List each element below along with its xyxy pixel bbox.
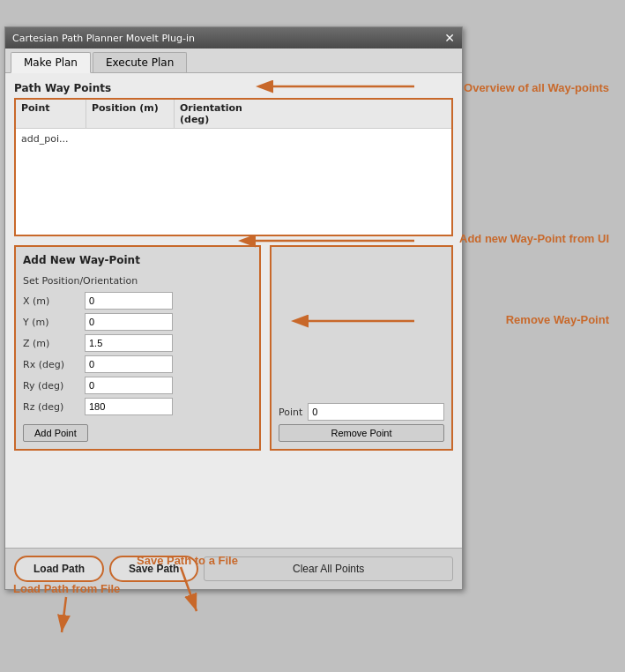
- spacer: [14, 459, 453, 539]
- x-input[interactable]: [85, 292, 173, 310]
- set-position-label: Set Position/Orientation: [23, 275, 252, 287]
- tab-execute-plan[interactable]: Execute Plan: [93, 52, 187, 72]
- remove-point-input[interactable]: [308, 403, 444, 421]
- two-col-section: Add New Way-Point Set Position/Orientati…: [14, 245, 453, 451]
- col-orientation: Orientation (deg): [175, 100, 280, 128]
- load-path-button[interactable]: Load Path: [14, 556, 104, 582]
- col-point: Point: [16, 100, 86, 128]
- annotation-add-new: Add new Way-Point from UI: [459, 232, 609, 245]
- x-label: X (m): [23, 295, 85, 307]
- svg-line-9: [62, 597, 66, 632]
- add-point-button[interactable]: Add Point: [23, 424, 88, 442]
- y-row: Y (m): [23, 313, 252, 331]
- close-button[interactable]: ✕: [444, 31, 455, 45]
- waypoints-table: Point Position (m) Orientation (deg) add…: [14, 98, 453, 236]
- remove-point-row: Point: [279, 403, 444, 421]
- ry-label: Ry (deg): [23, 380, 85, 392]
- table-body[interactable]: add_poi...: [16, 129, 451, 235]
- remove-waypoint-box: Point Remove Point: [270, 245, 453, 451]
- rz-label: Rz (deg): [23, 401, 85, 413]
- ry-input[interactable]: [85, 377, 173, 394]
- waypoints-section-label: Path Way Points: [14, 82, 453, 94]
- annotation-overview: Overview of all Way-points: [464, 81, 609, 94]
- z-row: Z (m): [23, 334, 252, 352]
- rx-input[interactable]: [85, 355, 173, 373]
- title-bar: Cartesian Path Planner MoveIt Plug-in ✕: [5, 27, 462, 49]
- remove-point-button[interactable]: Remove Point: [279, 424, 444, 442]
- arrow-load-path: [13, 593, 101, 646]
- ry-row: Ry (deg): [23, 377, 252, 394]
- table-header: Point Position (m) Orientation (deg): [16, 100, 451, 129]
- remove-point-label: Point: [279, 407, 302, 418]
- main-content: Path Way Points Point Position (m) Orien…: [5, 73, 462, 548]
- table-row: add_poi...: [21, 132, 446, 146]
- rx-label: Rx (deg): [23, 359, 85, 370]
- bottom-bar: Load Path Save Path Clear All Points: [5, 548, 462, 589]
- annotation-remove: Remove Way-Point: [506, 313, 609, 326]
- x-row: X (m): [23, 292, 252, 310]
- tab-make-plan[interactable]: Make Plan: [11, 52, 91, 73]
- rx-row: Rx (deg): [23, 355, 252, 373]
- window-title: Cartesian Path Planner MoveIt Plug-in: [12, 33, 195, 44]
- clear-all-points-button[interactable]: Clear All Points: [204, 556, 453, 581]
- add-waypoint-title: Add New Way-Point: [23, 254, 252, 266]
- tab-bar: Make Plan Execute Plan: [5, 49, 462, 73]
- add-waypoint-box: Add New Way-Point Set Position/Orientati…: [14, 245, 261, 451]
- save-path-button[interactable]: Save Path: [109, 556, 198, 582]
- y-input[interactable]: [85, 313, 173, 331]
- rz-row: Rz (deg): [23, 398, 252, 415]
- z-input[interactable]: [85, 334, 173, 352]
- col-position: Position (m): [86, 100, 175, 128]
- y-label: Y (m): [23, 317, 85, 328]
- z-label: Z (m): [23, 338, 85, 349]
- rz-input[interactable]: [85, 398, 173, 415]
